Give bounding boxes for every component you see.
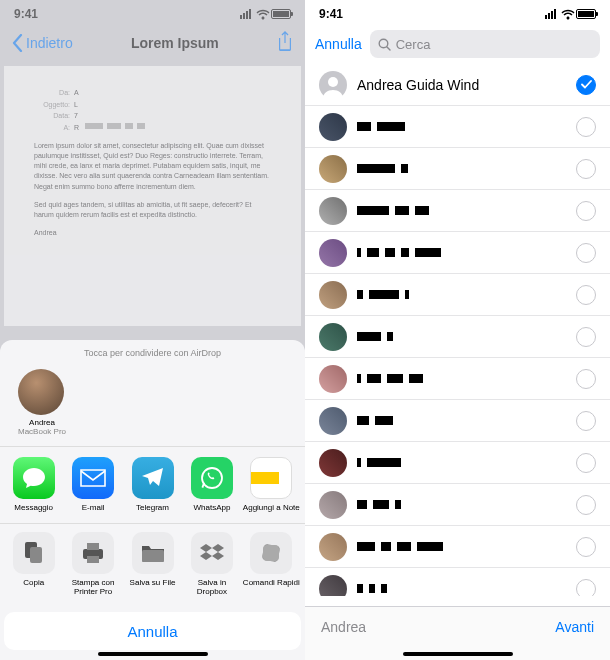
copy-icon bbox=[13, 532, 55, 574]
share-app-whatsapp[interactable]: WhatsApp bbox=[182, 457, 241, 512]
share-app-telegram[interactable]: Telegram bbox=[123, 457, 182, 512]
radio-icon[interactable] bbox=[576, 369, 596, 389]
radio-icon[interactable] bbox=[576, 159, 596, 179]
share-app-email[interactable]: E-mail bbox=[63, 457, 122, 512]
page-title: Lorem Ipsum bbox=[131, 35, 219, 51]
action-save-file[interactable]: Salva su File bbox=[123, 532, 182, 596]
share-app-notes[interactable]: Aggiungi a Note bbox=[242, 457, 301, 512]
airdrop-device: MacBook Pro bbox=[18, 427, 66, 436]
contact-row[interactable]: Andrea Guida Wind bbox=[305, 64, 610, 106]
svg-rect-4 bbox=[87, 543, 99, 550]
next-button[interactable]: Avanti bbox=[555, 619, 594, 635]
radio-icon[interactable] bbox=[576, 453, 596, 473]
action-shortcuts[interactable]: Comandi Rapidi bbox=[242, 532, 301, 596]
back-label: Indietro bbox=[26, 35, 73, 51]
contact-name-redacted bbox=[357, 584, 576, 593]
contact-row[interactable] bbox=[305, 190, 610, 232]
battery-icon bbox=[576, 9, 596, 19]
dropbox-icon bbox=[191, 532, 233, 574]
avatar bbox=[319, 281, 347, 309]
contact-name-redacted bbox=[357, 206, 576, 215]
status-time: 9:41 bbox=[14, 7, 38, 21]
wifi-icon bbox=[561, 9, 575, 20]
contact-row[interactable] bbox=[305, 274, 610, 316]
contact-name-redacted bbox=[357, 122, 576, 131]
contact-picker-screen: 9:41 Annulla Cerca Andrea Guida Wind bbox=[305, 0, 610, 660]
radio-icon[interactable] bbox=[576, 579, 596, 597]
svg-rect-6 bbox=[142, 550, 164, 562]
email-body-p2: Sed quid ages tandem, si utilitas ab ami… bbox=[34, 200, 271, 220]
avatar bbox=[319, 575, 347, 597]
contact-row[interactable] bbox=[305, 358, 610, 400]
folder-icon bbox=[132, 532, 174, 574]
email-content: Da:A Oggetto:L Data:7 A:R Lorem ipsum do… bbox=[4, 66, 301, 326]
search-input[interactable]: Cerca bbox=[370, 30, 600, 58]
home-indicator bbox=[403, 652, 513, 656]
radio-icon[interactable] bbox=[576, 327, 596, 347]
airdrop-target[interactable]: Andrea MacBook Pro bbox=[18, 369, 66, 436]
cancel-button[interactable]: Annulla bbox=[315, 36, 362, 52]
contact-name-redacted bbox=[357, 416, 576, 425]
radio-icon[interactable] bbox=[576, 243, 596, 263]
contact-name-redacted bbox=[357, 542, 576, 551]
dimmed-background: 9:41 Indietro Lorem Ipsum Da:A Oggetto:L… bbox=[0, 0, 305, 326]
share-app-messages[interactable]: Messaggio bbox=[4, 457, 63, 512]
printer-icon bbox=[72, 532, 114, 574]
contact-list[interactable]: Andrea Guida Wind bbox=[305, 64, 610, 596]
search-icon bbox=[378, 38, 391, 51]
svg-rect-5 bbox=[87, 556, 99, 563]
contact-name-redacted bbox=[357, 164, 576, 173]
contact-name-redacted bbox=[357, 458, 576, 467]
cancel-button[interactable]: Annulla bbox=[4, 612, 301, 650]
email-body-p1: Lorem ipsum dolor sit amet, consectetur … bbox=[34, 141, 271, 192]
contact-row[interactable] bbox=[305, 442, 610, 484]
wifi-icon bbox=[256, 9, 270, 20]
avatar bbox=[319, 155, 347, 183]
status-bar: 9:41 bbox=[305, 0, 610, 24]
contact-row[interactable] bbox=[305, 484, 610, 526]
radio-icon[interactable] bbox=[576, 495, 596, 515]
contact-name-redacted bbox=[357, 332, 576, 341]
mail-icon bbox=[72, 457, 114, 499]
action-copy[interactable]: Copia bbox=[4, 532, 63, 596]
contact-row[interactable] bbox=[305, 568, 610, 596]
share-sheet-screen: 9:41 Indietro Lorem Ipsum Da:A Oggetto:L… bbox=[0, 0, 305, 660]
home-indicator bbox=[98, 652, 208, 656]
contact-row[interactable] bbox=[305, 526, 610, 568]
status-bar: 9:41 bbox=[0, 0, 305, 24]
avatar bbox=[319, 197, 347, 225]
contact-row[interactable] bbox=[305, 106, 610, 148]
radio-checked-icon[interactable] bbox=[576, 75, 596, 95]
svg-point-11 bbox=[328, 77, 338, 87]
radio-icon[interactable] bbox=[576, 537, 596, 557]
search-header: Annulla Cerca bbox=[305, 24, 610, 64]
shortcuts-icon bbox=[250, 532, 292, 574]
svg-rect-2 bbox=[30, 547, 42, 563]
radio-icon[interactable] bbox=[576, 285, 596, 305]
radio-icon[interactable] bbox=[576, 411, 596, 431]
status-icons bbox=[545, 9, 596, 20]
contact-row[interactable] bbox=[305, 148, 610, 190]
radio-icon[interactable] bbox=[576, 117, 596, 137]
messages-icon bbox=[13, 457, 55, 499]
back-button[interactable]: Indietro bbox=[12, 34, 73, 52]
airdrop-name: Andrea bbox=[18, 418, 66, 427]
contact-row[interactable] bbox=[305, 400, 610, 442]
avatar bbox=[319, 113, 347, 141]
email-signature: Andrea bbox=[34, 228, 271, 238]
nav-bar: Indietro Lorem Ipsum bbox=[0, 24, 305, 62]
radio-icon[interactable] bbox=[576, 201, 596, 221]
avatar bbox=[319, 407, 347, 435]
share-button[interactable] bbox=[277, 31, 293, 55]
action-dropbox[interactable]: Salva in Dropbox bbox=[182, 532, 241, 596]
contact-row[interactable] bbox=[305, 232, 610, 274]
share-sheet: Tocca per condividere con AirDrop Andrea… bbox=[0, 340, 305, 660]
status-icons bbox=[240, 9, 291, 20]
contact-name-redacted bbox=[357, 248, 576, 257]
svg-rect-8 bbox=[263, 545, 279, 561]
contact-name-redacted bbox=[357, 374, 576, 383]
signal-icon bbox=[545, 9, 556, 19]
action-print[interactable]: Stampa con Printer Pro bbox=[63, 532, 122, 596]
contact-row[interactable] bbox=[305, 316, 610, 358]
avatar bbox=[319, 71, 347, 99]
